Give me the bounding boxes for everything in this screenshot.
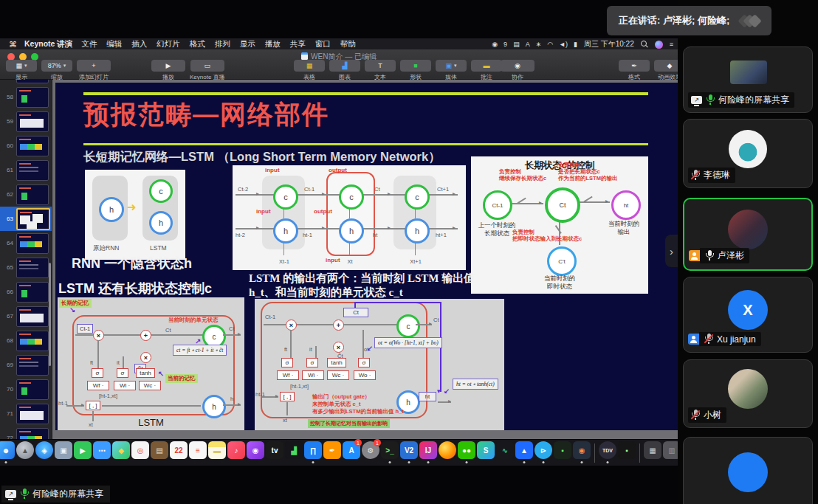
insert-shape-button[interactable]: ■ 形状 [400, 60, 431, 81]
calendar-icon[interactable]: 22 [170, 441, 188, 463]
menu-帮助[interactable]: 帮助 [340, 39, 356, 49]
trash-icon[interactable]: ▥ [663, 441, 678, 463]
v2ray-icon[interactable]: V2 [400, 441, 418, 463]
battery-icon[interactable]: ▮ [574, 38, 577, 50]
safari-icon[interactable]: ◈ [35, 441, 53, 463]
app-store-icon[interactable]: A1 [343, 441, 360, 463]
system-preferences-icon[interactable]: ⚙1 [362, 441, 379, 463]
view-button[interactable]: ▦▾ 显示 [6, 60, 37, 81]
terminal-icon[interactable]: >_ [381, 441, 399, 463]
pages-icon[interactable]: ✒ [323, 441, 341, 463]
menu-显示[interactable]: 显示 [240, 39, 255, 49]
slide-thumbnail-63[interactable]: 63 [0, 207, 52, 231]
slide-thumbnail-59[interactable]: 59 [0, 109, 52, 134]
slide-thumbnail-64[interactable]: 64 [0, 231, 52, 255]
terminal-2-icon[interactable]: ▪ [554, 441, 571, 463]
shield-icon[interactable]: ◉ [492, 38, 498, 50]
participant-tile-screen-share[interactable]: ↗ 何险峰的屏幕共享 [683, 46, 813, 113]
slide-thumbnail-list[interactable]: 5758596061626364656667686970717273 [0, 80, 52, 439]
slide-thumbnail-68[interactable]: 68 [0, 328, 52, 353]
participant-tile[interactable]: 小树 [683, 359, 813, 428]
tdv-icon[interactable]: TDV [599, 441, 616, 463]
spotlight-search-icon[interactable] [641, 41, 648, 48]
stocks-icon[interactable]: ▟ [285, 441, 303, 463]
sidebar-collapse-button[interactable]: › [665, 235, 678, 267]
launchpad-icon[interactable]: ▲ [16, 441, 34, 463]
insert-media-button[interactable]: ▣▾ 媒体 [436, 60, 467, 81]
format-button[interactable]: ✒ 格式 [619, 60, 650, 81]
bluetooth-icon[interactable]: ∗ [536, 38, 542, 50]
intellij-icon[interactable]: IJ [419, 441, 437, 463]
avatar [728, 369, 768, 409]
photos-icon[interactable]: ◎ [131, 441, 149, 463]
preview-icon[interactable]: ▣ [55, 441, 72, 463]
contacts-icon[interactable]: ▤ [151, 441, 168, 463]
activity-monitor-icon[interactable]: ∿ [496, 441, 514, 463]
globe-browser-icon[interactable]: ◉ [573, 441, 591, 463]
menu-文件[interactable]: 文件 [81, 39, 97, 49]
firefox-icon[interactable] [439, 441, 456, 463]
add-slide-button[interactable]: + 添加幻灯片 [77, 60, 111, 81]
zoom-level-button[interactable]: 87%▾ 缩放 [41, 60, 72, 81]
abc-input-icon[interactable]: A [526, 38, 530, 50]
insert-text-button[interactable]: T 文本 [365, 60, 396, 81]
menu-共享[interactable]: 共享 [290, 39, 306, 49]
menu-窗口[interactable]: 窗口 [315, 39, 331, 49]
slide-thumbnail-60[interactable]: 60 [0, 134, 52, 158]
participant-tile[interactable]: 李德琳 [683, 119, 813, 188]
menu-格式[interactable]: 格式 [190, 39, 205, 49]
apple-menu-icon[interactable]: ⌘ [9, 40, 17, 49]
facetime-icon[interactable]: ▶ [74, 441, 92, 463]
telegram-icon[interactable]: ⊳ [535, 441, 552, 463]
finder-icon[interactable]: ☻ [0, 441, 15, 463]
rnn-vs-lstm-diagram: h ➜ c h 原始RNN LSTM [85, 170, 185, 260]
slide-thumbnail-65[interactable]: 65 [0, 255, 52, 280]
participant-tile-active-speaker[interactable]: 卢泽彬 [683, 198, 813, 271]
animate-button[interactable]: ◆ 动画效果 [654, 60, 678, 81]
wechat-icon[interactable]: ●● [458, 441, 475, 463]
voov-meeting-icon[interactable]: ▲ [515, 441, 533, 463]
input-source-icon[interactable]: ▤ [513, 38, 520, 50]
menu-幻灯片[interactable]: 幻灯片 [157, 39, 180, 49]
podcasts-icon[interactable]: ◉ [247, 441, 264, 463]
reminders-icon[interactable]: ≡ [189, 441, 207, 463]
keynote-live-button[interactable]: ▭ Keynote 直播 [190, 60, 225, 81]
slide-thumbnail-71[interactable]: 71 [0, 401, 52, 426]
volume-icon[interactable]: ◄) [559, 38, 568, 50]
slide-thumbnail-67[interactable]: 67 [0, 304, 52, 328]
participant-tile-partial[interactable] [683, 437, 813, 504]
menu-排列[interactable]: 排列 [215, 39, 230, 49]
s-logo-app-icon[interactable]: S [477, 441, 495, 463]
keynote-icon[interactable]: ∏ [304, 441, 322, 463]
siri-icon[interactable] [655, 41, 663, 49]
wifi-icon[interactable]: ◠ [547, 38, 553, 50]
insert-table-button[interactable]: ▦ 表格 [294, 60, 325, 81]
participant-tile[interactable]: X Xu jianjun [683, 277, 813, 353]
slide-thumbnail-57[interactable]: 57 [0, 80, 52, 85]
menu-播放[interactable]: 播放 [265, 39, 281, 49]
slide-thumbnail-72[interactable]: 72 [0, 426, 52, 439]
collaborate-button[interactable]: ◉ 协作 [501, 60, 535, 81]
play-button[interactable]: ▶ 播放 [151, 60, 185, 81]
participant-name: 小树 [704, 409, 721, 421]
music-icon[interactable]: ♪ [227, 441, 245, 463]
terminal-3-icon[interactable]: ▪ [618, 441, 636, 463]
slide-thumbnail-62[interactable]: 62 [0, 182, 52, 207]
slide-thumbnail-69[interactable]: 69 [0, 353, 52, 377]
slide-thumbnail-70[interactable]: 70 [0, 377, 52, 401]
apple-tv-icon[interactable]: tv [266, 441, 283, 463]
notification-center-icon[interactable]: ≡ [670, 38, 673, 50]
menu-编辑[interactable]: 编辑 [106, 39, 122, 49]
cloud-count-icon[interactable]: 9 [503, 38, 507, 50]
slide-thumbnail-61[interactable]: 61 [0, 158, 52, 182]
notes-icon[interactable]: ▬ [208, 441, 226, 463]
menu-app-name[interactable]: Keynote 讲演 [24, 39, 72, 49]
slide-thumbnail-66[interactable]: 66 [0, 280, 52, 304]
slide-thumbnail-58[interactable]: 58 [0, 85, 52, 109]
menu-插入[interactable]: 插入 [131, 39, 147, 49]
messages-icon[interactable]: ⋯ [93, 441, 111, 463]
maps-icon[interactable]: ◆ [112, 441, 130, 463]
comment-button[interactable]: ▬ 批注 [471, 60, 502, 81]
app-grid-icon[interactable]: ▦ [644, 441, 661, 463]
insert-chart-button[interactable]: ▟ 图表 [329, 60, 360, 81]
